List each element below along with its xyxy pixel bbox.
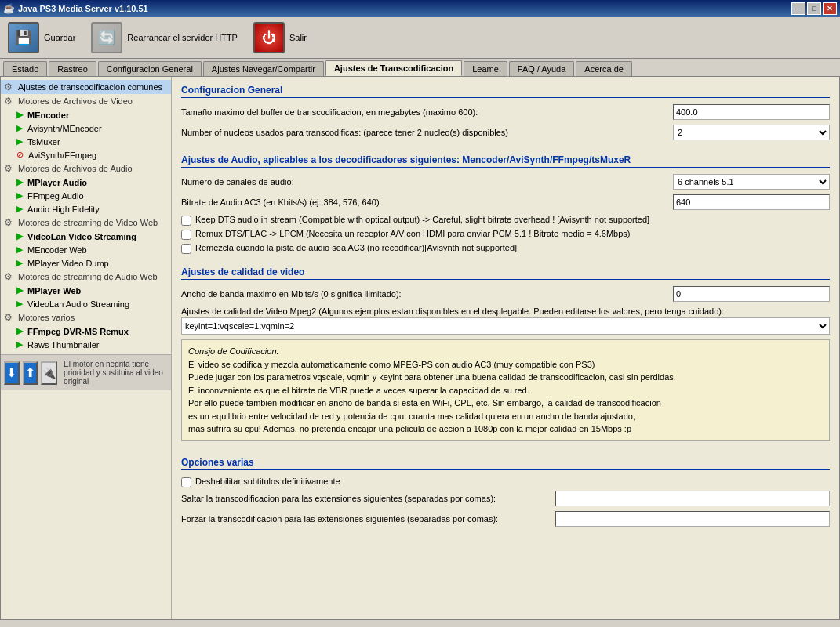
tab-ajustes-trans[interactable]: Ajustes de Transcodificacion <box>325 60 462 76</box>
sidebar-label-mplayer-web: MPlayer Web <box>27 286 81 295</box>
buffer-label: Tamaño maximo del buffer de transcodific… <box>181 107 668 117</box>
sidebar-label-mplayer-audio: MPlayer Audio <box>27 178 87 187</box>
section1-title: Configuracion General <box>181 85 830 98</box>
sidebar-item-ffmpeg-dvr[interactable]: ▶ FFmpeg DVR-MS Remux <box>1 324 171 338</box>
remezcla-row: Remezcla cuando la pista de audio sea AC… <box>181 243 830 254</box>
sidebar-item-mencoder[interactable]: ▶ MEncoder <box>1 108 171 121</box>
sidebar-item-raws-thumbnailer[interactable]: ▶ Raws Thumbnailer <box>1 338 171 351</box>
sidebar-label-avisynth-ffmpeg: AviSynth/FFmpeg <box>28 150 96 160</box>
gear-icon-6: ⚙ <box>4 312 15 323</box>
close-button[interactable]: ✕ <box>823 2 837 15</box>
saltar-label: Saltar la transcodificacion para las ext… <box>181 494 551 503</box>
sidebar-item-motores-video: ⚙ Motores de Archivos de Video <box>1 94 171 108</box>
forzar-row: Forzar la transcodificacion para las ext… <box>181 511 830 527</box>
quit-button[interactable]: ⏻ Salir <box>253 22 307 53</box>
minimize-button[interactable]: — <box>791 2 805 15</box>
sidebar-item-mencoder-web[interactable]: ▶ MEncoder Web <box>1 243 171 256</box>
restart-icon: 🔄 <box>91 22 122 53</box>
sidebar-item-audio-hifi[interactable]: ▶ Audio High Fidelity <box>1 202 171 216</box>
consejo-title: Consjo de Codificacion: <box>188 345 823 358</box>
tab-faq[interactable]: FAQ / Ayuda <box>509 61 575 76</box>
remux-checkbox[interactable] <box>181 230 191 240</box>
remezcla-label: Remezcla cuando la pista de audio sea AC… <box>195 243 517 252</box>
sidebar-label-ajustes-comunes: Ajustes de transcodificacion comunes <box>18 82 162 92</box>
sidebar-label-motores-video: Motores de Archivos de Video <box>18 96 133 106</box>
canales-select[interactable]: 6 channels 5.1 2 <box>673 174 830 190</box>
sidebar-item-tsmuxer[interactable]: ▶ TsMuxer <box>1 135 171 148</box>
arrow-icon-tsmuxer: ▶ <box>16 136 23 147</box>
sidebar-item-mplayer-web[interactable]: ▶ MPlayer Web <box>1 284 171 297</box>
sidebar-label-ffmpeg-audio: FFmpeg Audio <box>27 191 84 201</box>
sidebar-label-videolan-audio: VideoLan Audio Streaming <box>27 299 129 309</box>
save-button[interactable]: 💾 Guardar <box>8 22 75 53</box>
main-area: ⚙ Ajustes de transcodificacion comunes ⚙… <box>0 76 840 620</box>
buffer-row: Tamaño maximo del buffer de transcodific… <box>181 104 830 120</box>
arrow-icon-avisynth-mencoder: ▶ <box>16 123 23 133</box>
remux-label: Remux DTS/FLAC -> LPCM (Necesita un rece… <box>195 229 631 238</box>
tab-config-general[interactable]: Configuracion General <box>98 61 202 76</box>
saltar-input[interactable] <box>555 491 830 506</box>
tab-estado[interactable]: Estado <box>3 61 47 76</box>
dts-checkbox[interactable] <box>181 216 191 226</box>
remezcla-checkbox[interactable] <box>181 244 191 254</box>
sidebar-item-motores-streaming-video: ⚙ Motores de streaming de Video Web <box>1 216 171 230</box>
move-up-button[interactable]: ⬆ <box>23 361 38 385</box>
tab-bar: Estado Rastreo Configuracion General Aju… <box>0 59 840 76</box>
maximize-button[interactable]: □ <box>807 2 821 15</box>
plugin-button[interactable]: 🔌 <box>41 361 57 385</box>
buffer-input[interactable] <box>673 104 830 120</box>
consejo-block: Consjo de Codificacion: El video se codi… <box>181 339 830 441</box>
sidebar-item-mplayer-audio[interactable]: ▶ MPlayer Audio <box>1 176 171 189</box>
tab-ajustes-nav[interactable]: Ajustes Navegar/Compartir <box>203 61 324 76</box>
canales-row: Numero de canales de audio: 6 channels 5… <box>181 174 830 190</box>
arrow-icon-mplayer-video-dump: ▶ <box>16 258 23 268</box>
canales-label: Numero de canales de audio: <box>181 177 668 187</box>
nucleos-label: Number of nucleos usados para transcodif… <box>181 128 668 137</box>
section4-title: Opciones varias <box>181 457 830 470</box>
sidebar-item-motores-streaming-audio: ⚙ Motores de streaming de Audio Web <box>1 270 171 284</box>
sidebar-item-ffmpeg-audio[interactable]: ▶ FFmpeg Audio <box>1 189 171 202</box>
sidebar-item-motores-varios: ⚙ Motores varios <box>1 310 171 324</box>
subtitulos-checkbox[interactable] <box>181 477 191 487</box>
mpeg2-select[interactable]: keyint=1:vqscale=1:vqmin=2 <box>181 317 830 335</box>
mpeg2-row: Ajustes de calidad de Video Mpeg2 (Algun… <box>181 306 830 335</box>
arrow-icon-mencoder: ▶ <box>16 110 23 120</box>
forzar-label: Forzar la transcodificacion para las ext… <box>181 514 551 524</box>
bandwidth-input[interactable] <box>673 286 830 302</box>
sidebar-item-avisynth-ffmpeg[interactable]: ⊘ AviSynth/FFmpeg <box>1 148 171 161</box>
sidebar-bottom-buttons: ⬇ ⬆ 🔌 El motor en negrita tiene priorida… <box>1 354 171 390</box>
tab-rastreo[interactable]: Rastreo <box>49 61 96 76</box>
sidebar-label-audio-hifi: Audio High Fidelity <box>27 205 100 214</box>
sidebar-label-mplayer-video-dump: MPlayer Video Dump <box>27 259 109 268</box>
sidebar-label-raws-thumbnailer: Raws Thumbnailer <box>27 340 100 350</box>
sidebar-item-ajustes-comunes[interactable]: ⚙ Ajustes de transcodificacion comunes <box>1 80 171 94</box>
tab-leame[interactable]: Leame <box>464 61 507 76</box>
sidebar-item-videolan-video[interactable]: ▶ VideoLan Video Streaming <box>1 230 171 243</box>
sidebar-label-motores-streaming-video: Motores de streaming de Video Web <box>18 218 158 227</box>
gear-icon-2: ⚙ <box>4 96 15 107</box>
save-label: Guardar <box>44 33 75 42</box>
arrow-icon-audio-hifi: ▶ <box>16 204 23 214</box>
restart-button[interactable]: 🔄 Rearrancar el servidor HTTP <box>91 22 238 53</box>
forzar-input[interactable] <box>555 511 830 527</box>
arrow-icon-videolan-audio: ▶ <box>16 299 23 309</box>
quit-icon: ⏻ <box>253 22 285 53</box>
subtitulos-label: Deshabilitar subtitulos definitivamente <box>195 477 340 486</box>
sidebar-label-tsmuxer: TsMuxer <box>27 137 60 147</box>
window-title: Java PS3 Media Server v1.10.51 <box>18 4 148 13</box>
sidebar-item-videolan-audio[interactable]: ▶ VideoLan Audio Streaming <box>1 297 171 310</box>
sidebar-label-motores-audio: Motores de Archivos de Audio <box>18 164 133 173</box>
content-area: Configuracion General Tamaño maximo del … <box>172 77 839 619</box>
sidebar-item-motores-audio: ⚙ Motores de Archivos de Audio <box>1 161 171 176</box>
tab-acerca[interactable]: Acerca de <box>576 61 632 76</box>
bitrate-row: Bitrate de Audio AC3 (en Kbits/s) (ej: 3… <box>181 194 830 210</box>
bottom-text: El motor en negrita tiene prioridad y su… <box>60 360 168 386</box>
bitrate-input[interactable] <box>673 194 830 210</box>
nucleos-select[interactable]: 2 <box>673 125 830 140</box>
sidebar-item-mplayer-video-dump[interactable]: ▶ MPlayer Video Dump <box>1 256 171 270</box>
move-down-button[interactable]: ⬇ <box>4 361 20 385</box>
section2-title: Ajustes de Audio, aplicables a los decod… <box>181 154 830 168</box>
arrow-icon-avisynth-ffmpeg: ⊘ <box>16 150 24 160</box>
nucleos-row: Number of nucleos usados para transcodif… <box>181 125 830 140</box>
sidebar-item-avisynth-mencoder[interactable]: ▶ Avisynth/MEncoder <box>1 121 171 135</box>
